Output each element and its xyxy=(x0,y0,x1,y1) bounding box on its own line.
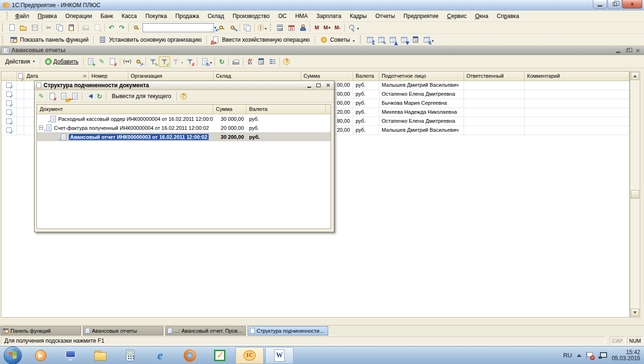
menu-item-файл[interactable]: Файл xyxy=(11,11,34,21)
taskbar-app-remote-desktop[interactable] xyxy=(56,346,85,364)
open-button[interactable] xyxy=(18,22,29,33)
column-header-Сумма[interactable]: Сумма xyxy=(213,105,246,114)
structure-button[interactable] xyxy=(267,56,278,67)
actions-menu-button[interactable]: Действия ▾ xyxy=(2,56,38,67)
collapse-expander-icon[interactable] xyxy=(39,126,43,130)
show-function-panel-button[interactable]: Показать панель функций xyxy=(6,35,92,45)
dtkt-button[interactable]: ДтКт xyxy=(245,56,255,67)
find-by-number-button[interactable]: ↗ xyxy=(133,56,144,67)
dialog-delete-button[interactable]: ✗ xyxy=(46,91,58,101)
menu-item-кадры[interactable]: Кадры xyxy=(346,11,371,21)
column-header-Документ[interactable]: Документ xyxy=(37,105,213,114)
mdi-close-button[interactable]: ✕ xyxy=(635,48,640,54)
window-tab[interactable]: Панель функций xyxy=(0,326,81,336)
language-indicator[interactable]: RU xyxy=(563,352,572,359)
column-header-Склад[interactable]: Склад xyxy=(214,72,301,81)
menu-item-продажа[interactable]: Продажа xyxy=(171,11,203,21)
help-button[interactable]: ? xyxy=(281,56,292,67)
search-input[interactable] xyxy=(143,24,213,31)
report-table-button-3[interactable]: ▲ xyxy=(387,35,398,45)
column-header-Дата[interactable]: Дата xyxy=(24,72,89,81)
search-combobox[interactable]: ▼ xyxy=(143,23,215,32)
dialog-refresh-button[interactable]: ↻ xyxy=(94,91,105,101)
report-button[interactable] xyxy=(255,56,267,67)
tree-row[interactable]: ✓Расходный кассовый ордер ИНК00000004 от… xyxy=(37,114,331,123)
column-header-Подотчетное лицо[interactable]: Подотчетное лицо xyxy=(379,72,464,81)
report-table-button-1[interactable]: Σ xyxy=(364,35,376,45)
output-for-current-button[interactable]: Вывести для текущего xyxy=(108,91,175,101)
taskbar-app-explorer[interactable] xyxy=(86,346,115,364)
taskbar-app-firefox[interactable] xyxy=(176,346,204,364)
new-document-button[interactable] xyxy=(6,22,18,33)
taskbar-app-1c-app[interactable]: 1С xyxy=(235,347,264,364)
cut-button[interactable]: ✂ xyxy=(44,22,54,33)
delete-button[interactable]: ✗ xyxy=(107,56,118,67)
vertical-scrollbar[interactable] xyxy=(630,71,640,318)
find-next-button[interactable]: ↷ xyxy=(227,22,238,33)
menu-item-зарплата[interactable]: Зарплата xyxy=(312,11,346,21)
action-center-flag-icon[interactable] xyxy=(586,352,594,359)
filter-settings-button[interactable]: ✎ xyxy=(147,56,159,67)
report-table-button-2[interactable]: ✎ xyxy=(376,35,387,45)
toolbar-grip[interactable] xyxy=(2,36,4,44)
refresh-button[interactable]: ↻ xyxy=(216,56,227,67)
dialog-close-button[interactable]: ✕ xyxy=(326,82,331,89)
scroll-down-button[interactable] xyxy=(631,309,639,317)
menu-item-справка[interactable]: Справка xyxy=(492,11,523,21)
taskbar-app-media-player[interactable]: ▶ xyxy=(27,346,55,364)
menu-item-склад[interactable]: Склад xyxy=(203,11,228,21)
dialog-help-button[interactable]: ? xyxy=(179,91,189,101)
dialog-titlebar[interactable]: Структура подчиненности документа ✕ xyxy=(35,81,334,90)
start-button[interactable] xyxy=(4,346,22,364)
print-list-button[interactable] xyxy=(230,56,242,67)
memory-store-button[interactable]: M xyxy=(312,22,322,33)
menu-item-отчеты[interactable]: Отчеты xyxy=(371,11,399,21)
service-button[interactable]: ▾ xyxy=(346,22,360,33)
calendar-button[interactable] xyxy=(286,22,297,33)
filter-clear-button[interactable]: ✗ xyxy=(184,56,196,67)
paste-button[interactable] xyxy=(65,22,77,33)
column-header-icon[interactable] xyxy=(1,72,17,81)
copy-button[interactable] xyxy=(54,22,65,33)
redo-button[interactable]: ↷ xyxy=(116,22,127,33)
menu-item-ос[interactable]: ОС xyxy=(274,11,291,21)
memory-add-button[interactable]: M+ xyxy=(322,22,332,33)
column-header-Комментарий[interactable]: Комментарий xyxy=(525,72,629,81)
network-icon[interactable] xyxy=(599,352,607,359)
calculator-button[interactable] xyxy=(274,22,286,33)
window-tab[interactable]: Структура подчиненности д... xyxy=(248,326,328,336)
dialog-minimize-button[interactable] xyxy=(307,87,311,88)
filter-button[interactable]: ✓ xyxy=(159,56,170,67)
dialog-maximize-button[interactable] xyxy=(316,83,321,87)
column-header-Валюта[interactable]: Валюта xyxy=(353,72,379,81)
menu-item-банк[interactable]: Банк xyxy=(96,11,117,21)
column-header-icon[interactable]: ✓ xyxy=(17,72,24,81)
report-table-button-5[interactable] xyxy=(410,35,421,45)
window-tab[interactable]: Авансовые отчеты xyxy=(83,326,163,336)
menu-item-производство[interactable]: Производство xyxy=(228,11,274,21)
report-table-button-4[interactable]: ▼ xyxy=(398,35,410,45)
menu-item-операции[interactable]: Операции xyxy=(61,11,96,21)
column-header-Ответственный[interactable]: Ответственный xyxy=(464,72,525,81)
search-button[interactable] xyxy=(130,22,142,33)
dialog-edit-button[interactable]: ✎ xyxy=(36,91,46,101)
add-button[interactable]: + Добавить xyxy=(42,56,82,67)
clock[interactable]: 15:42 05.03.2015 xyxy=(612,349,640,362)
toolbar-grip[interactable] xyxy=(2,24,4,32)
dialog-unpost-button[interactable]: ↩ xyxy=(69,91,80,101)
column-header-Организация[interactable]: Организация xyxy=(128,72,214,81)
column-header-Номер[interactable]: Номер xyxy=(89,72,128,81)
report-table-button-6[interactable]: ⇅▾ xyxy=(421,35,435,45)
menu-item-окна[interactable]: Окна xyxy=(471,11,492,21)
menu-item-сервис[interactable]: Сервис xyxy=(443,11,471,21)
app-restore-button[interactable] xyxy=(608,0,622,9)
mdi-minimize-button[interactable] xyxy=(616,52,620,53)
dialog-post-button[interactable] xyxy=(58,91,69,101)
app-minimize-button[interactable] xyxy=(593,0,607,9)
user-settings-button[interactable] xyxy=(297,22,308,33)
menu-item-правка[interactable]: Правка xyxy=(34,11,62,21)
toolbar-grip[interactable] xyxy=(7,12,9,19)
mdi-restore-button[interactable] xyxy=(626,49,630,52)
toolbar-grip[interactable] xyxy=(360,36,362,44)
scroll-up-button[interactable] xyxy=(631,72,639,80)
